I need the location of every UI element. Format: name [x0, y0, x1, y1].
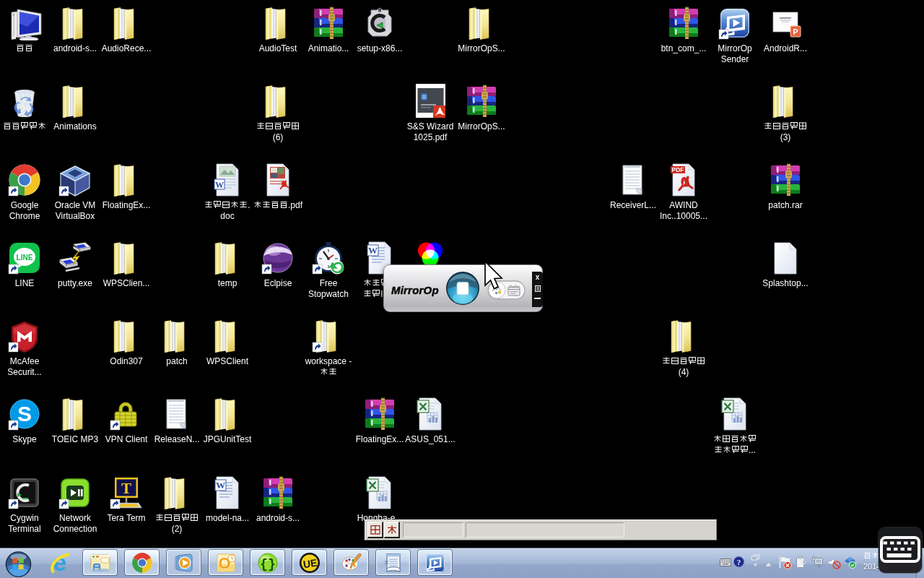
svg-text:W: W [368, 245, 378, 256]
svg-text:PDF: PDF [672, 166, 684, 173]
svg-text:UE: UE [302, 556, 317, 570]
svg-text:?: ? [737, 558, 741, 566]
svg-text:{}: {} [260, 557, 276, 571]
svg-text:W: W [216, 480, 225, 491]
svg-text:LINE: LINE [17, 254, 33, 262]
svg-text:W: W [215, 180, 224, 190]
svg-text:S: S [17, 402, 32, 426]
svg-text:T: T [121, 480, 131, 497]
svg-text:P: P [793, 27, 798, 36]
